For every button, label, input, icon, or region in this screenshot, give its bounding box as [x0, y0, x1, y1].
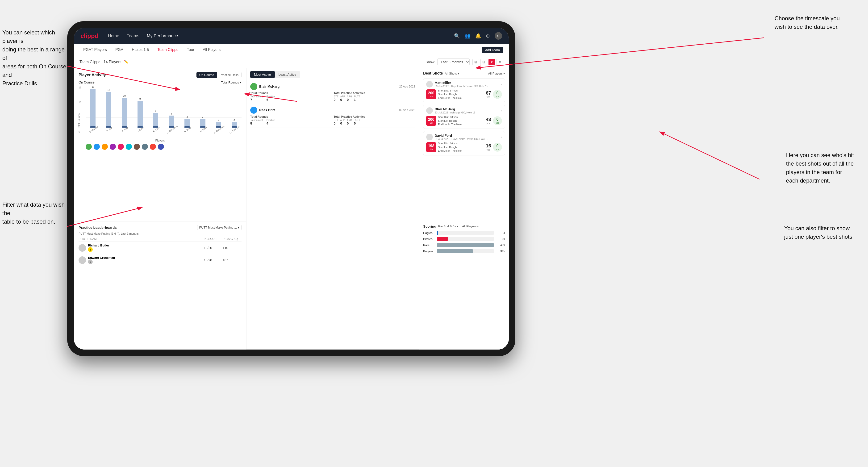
pac-stats: Total Rounds Tournament 8 Practice 4 Tot… — [250, 115, 415, 125]
bars-container: 13 B. McHarg 12 R. Britt 10 D. Ford 9 J.… — [86, 86, 242, 131]
activity-toggle-group: On Course Practice Drills — [196, 72, 242, 78]
tab-pgat-players[interactable]: PGAT Players — [80, 46, 111, 54]
bar-label-top: 2 — [234, 119, 235, 121]
chart-dropdown[interactable]: Total Rounds ▾ — [221, 81, 242, 84]
most-active-tab[interactable]: Most Active — [250, 71, 275, 78]
least-active-tab[interactable]: Least Active — [275, 71, 300, 78]
edit-icon[interactable]: ✏️ — [124, 60, 129, 64]
scoring-filter-dropdown[interactable]: Par 3, 4 & 5s ▾ — [438, 224, 458, 228]
nav-links: Home Teams My Performance — [108, 33, 454, 38]
tab-all-players[interactable]: All Players — [199, 46, 224, 54]
player-activity-card: Rees Britt 02 Sep 2023 Total Rounds Tour… — [250, 104, 415, 128]
scoring-bar-row: Bogeys 315 — [423, 249, 505, 253]
view-grid-small-button[interactable]: ⊟ — [480, 59, 487, 65]
view-grid-large-button[interactable]: ⊞ — [472, 59, 479, 65]
scoring-bar-row: Birdies 96 — [423, 237, 505, 241]
pb-score-cell: 19/20 — [204, 246, 223, 250]
scoring-bar-label: Eagles — [423, 231, 435, 235]
most-active-panel: Most Active Least Active Blair McHarg 26… — [247, 68, 419, 349]
shot-card[interactable]: Blair McHarg 23 Jul 2023 · Ashridge GC, … — [423, 105, 505, 129]
practice-panel: Practice Leaderboards PUTT Must Make Put… — [74, 221, 247, 349]
tab-bar: PGAT Players PGA Hcaps 1-5 Team Clippd T… — [74, 44, 509, 56]
practice-filter-dropdown[interactable]: PUTT Must Make Putting ... ▾ — [197, 225, 242, 230]
main-content: Player Activity On Course Practice Drill… — [74, 68, 509, 349]
people-icon[interactable]: 👥 — [465, 33, 470, 39]
shot-player-meta: 24 Aug 2023 · Royal North Devon GC, Hole… — [435, 137, 488, 140]
mini-avatar — [86, 144, 92, 150]
left-panel: Player Activity On Course Practice Drill… — [74, 68, 247, 349]
scoring-bar-row: Pars 499 — [423, 243, 505, 247]
tab-pga[interactable]: PGA — [112, 46, 127, 54]
leaderboard-row: Edward Crossman 2 18/20 107 — [79, 254, 242, 266]
bar — [216, 122, 221, 128]
shot-card[interactable]: Matt Miller 09 Jun 2023 · Royal North De… — [423, 78, 505, 102]
scoring-player-filter-dropdown[interactable]: All Players ▾ — [462, 224, 479, 228]
bar-label-top: 13 — [92, 86, 94, 88]
shot-player-meta: 09 Jun 2023 · Royal North Devon GC, Hole… — [435, 85, 488, 88]
shot-card[interactable]: David Ford 24 Aug 2023 · Royal North Dev… — [423, 131, 505, 155]
add-team-button[interactable]: Add Team — [482, 47, 503, 53]
scoring-bar-label: Pars — [423, 243, 435, 247]
player-avatar — [79, 244, 86, 252]
shot-badge: 200 SG — [426, 116, 436, 126]
practice-subtitle: PUTT Must Make Putting (3-6 ft), Last 3 … — [79, 232, 242, 236]
chart-controls: On Course Total Rounds ▾ — [79, 81, 242, 84]
scoring-bar-track — [437, 237, 494, 241]
scoring-bar-fill — [437, 243, 494, 247]
player-activity-card: Blair McHarg 26 Aug 2023 Total Rounds To… — [250, 81, 415, 104]
shots-filter-dropdown[interactable]: All Shots ▾ — [445, 72, 459, 75]
add-circle-icon[interactable]: ⊕ — [486, 33, 490, 39]
player-activity-panel: Player Activity On Course Practice Drill… — [74, 68, 247, 221]
player-name: Edward Crossman — [88, 256, 115, 259]
view-icons: ⊞ ⊟ ♥ ≡ — [472, 59, 503, 65]
scoring-bar-fill — [437, 249, 473, 253]
bar-label-top: 3 — [186, 116, 188, 118]
bar-group: 13 B. McHarg — [86, 86, 100, 131]
avatar[interactable]: U — [495, 32, 502, 40]
view-list-button[interactable]: ≡ — [497, 59, 503, 65]
practice-drills-toggle[interactable]: Practice Drills — [217, 72, 241, 78]
shot-yds: 43 yds — [486, 117, 491, 125]
tab-hcaps[interactable]: Hcaps 1-5 — [128, 46, 153, 54]
scoring-bar-value: 96 — [496, 237, 505, 241]
tab-tour[interactable]: Tour — [183, 46, 198, 54]
pac-header: Blair McHarg 26 Aug 2023 — [250, 83, 415, 90]
time-period-select[interactable]: Last 3 months — [437, 59, 470, 65]
bar-chart: 15 10 5 0 13 — [79, 86, 242, 138]
leaderboard-row: Richard Butler 1 19/20 110 — [79, 242, 242, 254]
nav-link-home[interactable]: Home — [108, 33, 119, 38]
shot-player-row: Matt Miller 09 Jun 2023 · Royal North De… — [426, 81, 502, 88]
bell-icon[interactable]: 🔔 — [475, 33, 481, 39]
mini-avatar — [126, 144, 132, 150]
mini-avatar — [134, 144, 140, 150]
chevron-down-icon: ▾ — [238, 226, 239, 229]
tablet-screen: clippd Home Teams My Performance 🔍 👥 🔔 ⊕… — [74, 28, 509, 349]
scoring-bar-track — [437, 243, 494, 247]
view-heart-button[interactable]: ♥ — [489, 59, 495, 65]
bar — [137, 101, 143, 128]
scoring-bar-label: Bogeys — [423, 250, 435, 253]
on-course-toggle[interactable]: On Course — [196, 72, 217, 78]
nav-link-teams[interactable]: Teams — [127, 33, 140, 38]
nav-link-performance[interactable]: My Performance — [147, 33, 178, 38]
scoring-bar-label: Birdies — [423, 237, 435, 241]
shot-player-row: David Ford 24 Aug 2023 · Royal North Dev… — [426, 134, 502, 140]
shot-player-avatar — [426, 107, 433, 114]
bar — [153, 113, 158, 128]
search-icon[interactable]: 🔍 — [454, 33, 460, 39]
shots-player-filter-dropdown[interactable]: All Players ▾ — [488, 72, 505, 75]
mini-avatar — [94, 144, 100, 150]
show-label: Show: — [426, 60, 435, 64]
bar-label-top: 4 — [171, 113, 172, 115]
bar-group: 9 J. Coles — [133, 98, 148, 131]
chevron-right-icon: › — [501, 82, 502, 86]
shot-info: Shot Dist: 43 yds Start Lie: Rough End L… — [438, 115, 484, 126]
player-name: Richard Butler — [88, 244, 109, 247]
tab-team-clippd[interactable]: Team Clippd — [154, 46, 182, 54]
annotation-player-select: You can select which player isdoing the … — [2, 28, 69, 88]
pac-avatar — [250, 106, 257, 114]
mini-avatar — [110, 144, 116, 150]
shot-badge: 198 SG — [426, 142, 436, 152]
annotation-timescale: Choose the timescale youwish to see the … — [775, 14, 840, 31]
mini-avatar — [102, 144, 108, 150]
